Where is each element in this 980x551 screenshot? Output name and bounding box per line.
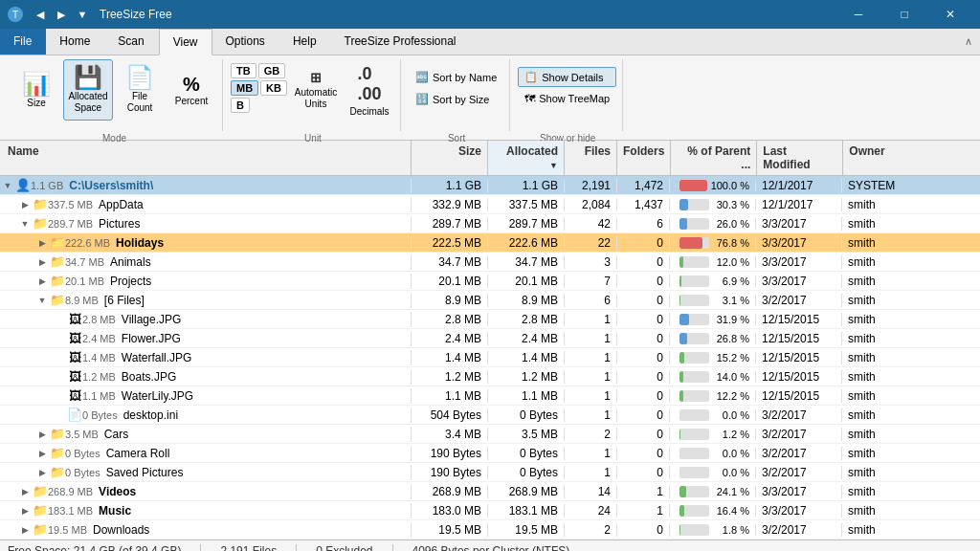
col-header-modified[interactable]: Last Modified [757,141,843,175]
table-row[interactable]: 🖼 1.2 MB Boats.JPG 1.2 MB 1.2 MB 1 0 14.… [0,367,980,386]
size-icon: 📊 [22,73,51,96]
mb-button[interactable]: MB [231,80,258,96]
tab-home[interactable]: Home [46,29,104,55]
col-header-percent[interactable]: % of Parent ... [671,141,757,175]
table-row[interactable]: ▶ 📁 0 Bytes Saved Pictures 190 Bytes 0 B… [0,463,980,482]
table-row[interactable]: 📄 0 Bytes desktop.ini 504 Bytes 0 Bytes … [0,406,980,425]
b-button[interactable]: B [231,98,250,113]
col-header-size[interactable]: Size [412,141,488,175]
tab-file[interactable]: File [0,29,46,55]
close-button[interactable]: ✕ [928,0,972,29]
expand-button[interactable]: ▼ [34,293,50,308]
file-icon: 👤 [15,178,31,193]
table-row[interactable]: ▶ 📁 19.5 MB Downloads 19.5 MB 19.5 MB 2 … [0,520,980,540]
expand-button[interactable]: ▶ [17,484,33,499]
table-row[interactable]: 🖼 2.4 MB Flower.JPG 2.4 MB 2.4 MB 1 0 26… [0,329,980,348]
col-header-files[interactable]: Files [565,141,617,175]
col-header-allocated[interactable]: Allocated ▼ [488,141,565,175]
gb-button[interactable]: GB [258,63,286,78]
back-button[interactable]: ◀ [31,5,50,24]
tab-treesize-pro[interactable]: TreeSize Professional [331,29,471,55]
row-folders: 0 [617,447,670,460]
allocated-space-button[interactable]: 💾 AllocatedSpace [63,59,113,121]
tab-view[interactable]: View [159,29,212,55]
table-row[interactable]: ▶ 📁 3.5 MB Cars 3.4 MB 3.5 MB 2 0 1.2 % … [0,425,980,444]
row-percent-cell: 15.2 % [670,352,756,364]
row-size: 183.0 MB [412,504,488,518]
minimize-button[interactable]: ─ [836,0,880,29]
sort-by-name-button[interactable]: 🔤 Sort by Name [409,67,503,87]
auto-units-button[interactable]: ⊞ AutomaticUnits [289,59,343,121]
tab-scan[interactable]: Scan [104,29,158,55]
expand-button[interactable] [52,331,67,346]
expand-button[interactable] [52,350,67,365]
table-row[interactable]: ▶ 📁 222.6 MB Holidays 222.5 MB 222.6 MB … [0,233,980,253]
expand-button[interactable]: ▼ [0,178,15,193]
col-header-folders[interactable]: Folders [617,141,671,175]
row-item-name: Projects [110,275,151,288]
forward-button[interactable]: ▶ [52,5,71,24]
row-modified: 3/3/2017 [756,217,842,231]
dropdown-button[interactable]: ▼ [73,5,92,24]
size-label: Size [27,98,45,108]
kb-button[interactable]: KB [260,80,287,96]
row-owner: smith [842,408,980,422]
expand-button[interactable]: ▶ [34,446,50,461]
table-row[interactable]: ▶ 📁 0 Bytes Camera Roll 190 Bytes 0 Byte… [0,444,980,463]
expand-button[interactable] [52,388,67,404]
sort-name-icon: 🔤 [415,71,429,83]
expand-button[interactable]: ▶ [17,197,33,212]
maximize-button[interactable]: □ [882,0,926,29]
expand-button[interactable] [52,312,67,327]
percent-bar-container [679,218,709,230]
percent-bar [679,180,707,191]
table-row[interactable]: 🖼 1.1 MB WaterLily.JPG 1.1 MB 1.1 MB 1 0… [0,386,980,406]
expand-button[interactable]: ▶ [34,254,50,270]
table-row[interactable]: ▼ 👤 1.1 GB C:\Users\smith\ 1.1 GB 1.1 GB… [0,176,980,195]
table-row[interactable]: 🖼 1.4 MB Waterfall.JPG 1.4 MB 1.4 MB 1 0… [0,348,980,367]
expand-button[interactable]: ▶ [17,503,33,518]
ribbon-expand-icon[interactable]: ∧ [965,35,972,48]
sort-by-size-button[interactable]: 🔢 Sort by Size [409,89,503,109]
expand-button[interactable]: ▶ [34,465,50,480]
percent-bar [679,295,680,306]
mode-group: 📊 Size 💾 AllocatedSpace 📄 FileCount % Pe… [6,59,223,131]
percent-bar [679,352,684,364]
row-size-prefix: 1.1 GB [31,180,63,191]
tree-area[interactable]: ▼ 👤 1.1 GB C:\Users\smith\ 1.1 GB 1.1 GB… [0,176,980,540]
size-button[interactable]: 📊 Size [11,59,61,121]
show-details-button[interactable]: 📋 Show Details [518,67,616,87]
expand-button[interactable]: ▶ [17,522,33,538]
row-modified: 3/3/2017 [756,236,842,250]
percent-button[interactable]: % Percent [167,59,216,121]
tab-help[interactable]: Help [279,29,331,55]
decimals-button[interactable]: .0.00 Decimals [345,59,394,121]
expand-button[interactable]: ▼ [17,216,33,231]
table-row[interactable]: ▶ 📁 34.7 MB Animals 34.7 MB 34.7 MB 3 0 … [0,253,980,272]
table-row[interactable]: ▼ 📁 8.9 MB [6 Files] 8.9 MB 8.9 MB 6 0 3… [0,291,980,310]
col-header-name[interactable]: Name [0,141,412,175]
expand-button[interactable] [52,408,67,423]
table-row[interactable]: ▼ 📁 289.7 MB Pictures 289.7 MB 289.7 MB … [0,214,980,233]
expand-button[interactable]: ▶ [34,427,50,442]
col-header-owner[interactable]: Owner [843,141,980,175]
table-row[interactable]: ▶ 📁 337.5 MB AppData 332.9 MB 337.5 MB 2… [0,195,980,214]
tab-options[interactable]: Options [212,29,279,55]
row-files: 1 [565,389,617,403]
expand-button[interactable]: ▶ [34,235,50,251]
row-size-prefix: 20.1 MB [65,276,104,287]
row-size: 1.1 GB [412,179,488,192]
file-icon: 📁 [33,522,48,538]
tb-button[interactable]: TB [231,63,256,78]
row-owner: smith [842,313,980,326]
file-count-button[interactable]: 📄 FileCount [115,59,165,121]
table-row[interactable]: ▶ 📁 268.9 MB Videos 268.9 MB 268.9 MB 14… [0,482,980,501]
row-item-name: C:\Users\smith\ [69,179,153,192]
table-row[interactable]: ▶ 📁 20.1 MB Projects 20.1 MB 20.1 MB 7 0… [0,272,980,291]
expand-button[interactable]: ▶ [34,274,50,289]
table-row[interactable]: 🖼 2.8 MB Village.JPG 2.8 MB 2.8 MB 1 0 3… [0,310,980,329]
expand-button[interactable] [52,369,67,385]
show-treemap-button[interactable]: 🗺 Show TreeMap [518,89,616,108]
show-details-icon: 📋 [524,71,538,83]
table-row[interactable]: ▶ 📁 183.1 MB Music 183.0 MB 183.1 MB 24 … [0,501,980,520]
